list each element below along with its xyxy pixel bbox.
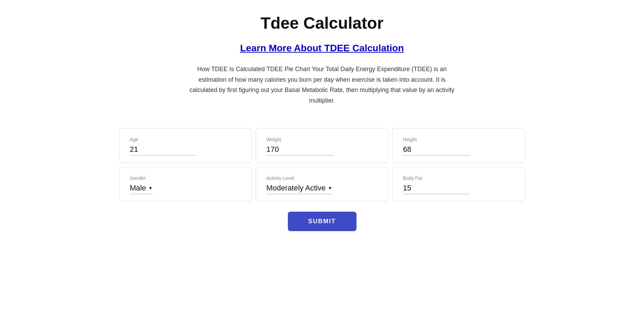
gender-select[interactable]: Male ▼ bbox=[130, 184, 153, 194]
gender-label: Gender bbox=[130, 175, 241, 181]
form-container: Age Weight Height Gender Male ▼ Activity… bbox=[117, 126, 527, 231]
gender-card: Gender Male ▼ bbox=[119, 167, 252, 201]
activity-level-label: Activity Level bbox=[266, 175, 378, 181]
page-title: Tdee Calculator bbox=[261, 14, 383, 32]
form-row-1: Age Weight Height bbox=[117, 126, 527, 165]
age-label: Age bbox=[130, 137, 241, 142]
gender-dropdown-arrow: ▼ bbox=[148, 185, 153, 191]
form-row-2: Gender Male ▼ Activity Level Moderately … bbox=[117, 165, 527, 203]
body-fat-card: Body Fat bbox=[392, 167, 525, 201]
activity-level-select[interactable]: Moderately Active ▼ bbox=[266, 184, 333, 194]
weight-card: Weight bbox=[256, 128, 388, 163]
activity-level-card: Activity Level Moderately Active ▼ bbox=[256, 167, 388, 201]
submit-button[interactable]: SUBMIT bbox=[288, 212, 356, 231]
body-fat-label: Body Fat bbox=[403, 175, 514, 181]
weight-input[interactable] bbox=[266, 145, 333, 156]
gender-value: Male bbox=[130, 184, 146, 193]
body-fat-input[interactable] bbox=[403, 184, 470, 194]
activity-level-dropdown-arrow: ▼ bbox=[328, 185, 333, 191]
submit-row: SUBMIT bbox=[117, 212, 527, 231]
height-card: Height bbox=[392, 128, 525, 163]
height-label: Height bbox=[403, 137, 514, 142]
height-input[interactable] bbox=[403, 145, 470, 156]
learn-more-link[interactable]: Learn More About TDEE Calculation bbox=[240, 43, 404, 54]
weight-label: Weight bbox=[266, 137, 378, 142]
page-description: How TDEE Is Calculated TDEE Pie Chart Yo… bbox=[189, 64, 455, 106]
age-input[interactable] bbox=[130, 145, 197, 156]
activity-level-value: Moderately Active bbox=[266, 184, 326, 193]
age-card: Age bbox=[119, 128, 252, 163]
